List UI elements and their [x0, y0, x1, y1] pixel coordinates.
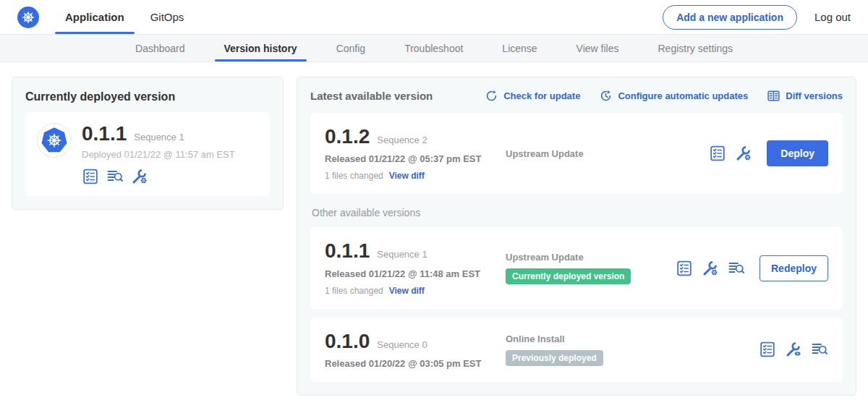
released-timestamp: Released 01/20/22 @ 03:05 pm EST [325, 358, 506, 369]
version-card-0-1-0: 0.1.0 Sequence 0 Released 01/20/22 @ 03:… [310, 318, 843, 382]
sequence-label: Sequence 2 [377, 135, 427, 145]
preflight-checks-icon[interactable] [709, 145, 726, 162]
version-source-label: Online Install [506, 333, 759, 344]
version-card-0-1-1: 0.1.1 Sequence 1 Released 01/21/22 @ 11:… [310, 227, 843, 308]
version-details: 0.1.0 Sequence 0 Released 01/20/22 @ 03:… [325, 331, 506, 369]
files-changed-label: 1 files changed [325, 286, 383, 296]
version-source-column: Online Install Previously deployed [506, 333, 759, 366]
version-number: 0.1.0 [325, 331, 370, 352]
panel-actions: Check for update Configure automatic upd… [485, 89, 843, 103]
logout-link[interactable]: Log out [814, 11, 851, 23]
subnav-tab-dashboard[interactable]: Dashboard [116, 35, 205, 61]
currently-deployed-card: 0.1.1 Sequence 1 Deployed 01/21/22 @ 11:… [25, 112, 270, 196]
version-details: 0.1.2 Sequence 2 Released 01/21/22 @ 05:… [325, 126, 506, 181]
preflight-checks-icon[interactable] [676, 260, 693, 277]
version-actions: Redeploy [676, 255, 828, 281]
version-card-0-1-2: 0.1.2 Sequence 2 Released 01/21/22 @ 05:… [310, 113, 843, 194]
released-timestamp: Released 01/21/22 @ 11:48 am EST [325, 268, 506, 279]
diff-icon [767, 89, 780, 103]
edit-config-icon[interactable] [131, 168, 148, 185]
tab-application[interactable]: Application [52, 0, 137, 34]
subnav-tab-license[interactable]: License [482, 35, 556, 61]
view-logs-icon[interactable] [811, 341, 828, 358]
preflight-checks-icon[interactable] [82, 168, 99, 185]
version-actions [759, 341, 828, 358]
view-diff-link[interactable]: View diff [389, 286, 425, 296]
files-changed-label: 1 files changed [325, 171, 383, 181]
currently-deployed-badge: Currently deployed version [506, 268, 631, 284]
view-logs-icon[interactable] [728, 260, 745, 277]
edit-config-icon[interactable] [735, 145, 752, 162]
other-available-title: Other available versions [312, 207, 841, 218]
subnav-tab-config[interactable]: Config [317, 35, 385, 61]
preflight-checks-icon[interactable] [759, 341, 776, 358]
view-diff-link[interactable]: View diff [389, 171, 425, 181]
subnav-tab-view-files[interactable]: View files [557, 35, 639, 61]
version-actions: Deploy [709, 140, 828, 166]
version-history-panel: Latest available version Check for updat… [297, 77, 856, 396]
version-source-column: Upstream Update [506, 148, 709, 159]
tab-gitops[interactable]: GitOps [137, 0, 197, 34]
deploy-button[interactable]: Deploy [767, 140, 828, 166]
version-source-column: Upstream Update Currently deployed versi… [506, 252, 676, 284]
subnav-tab-registry-settings[interactable]: Registry settings [639, 35, 752, 61]
current-deployed-timestamp: Deployed 01/21/22 @ 11:57 am EST [82, 149, 235, 160]
version-source-label: Upstream Update [506, 148, 709, 159]
latest-available-title: Latest available version [310, 90, 433, 102]
app-kubernetes-icon [37, 123, 72, 158]
view-logs-icon[interactable] [106, 168, 124, 185]
diff-versions-link[interactable]: Diff versions [767, 89, 843, 103]
version-number: 0.1.1 [325, 240, 370, 261]
subnav-tab-version-history[interactable]: Version history [205, 35, 317, 61]
current-version-number: 0.1.1 [82, 123, 127, 144]
app-tabs: Application GitOps [52, 0, 197, 34]
add-application-button[interactable]: Add a new application [663, 5, 797, 30]
check-for-update-link[interactable]: Check for update [485, 89, 580, 103]
edit-config-icon[interactable] [702, 260, 719, 277]
diff-versions-label: Diff versions [786, 90, 843, 101]
released-timestamp: Released 01/21/22 @ 05:37 pm EST [325, 153, 506, 164]
configure-automatic-updates-link[interactable]: Configure automatic updates [599, 89, 748, 103]
auto-update-clock-icon [599, 89, 613, 103]
redeploy-button[interactable]: Redeploy [760, 255, 828, 281]
currently-deployed-panel: Currently deployed version 0.1.1 Sequenc… [12, 77, 284, 210]
configure-automatic-updates-label: Configure automatic updates [618, 90, 748, 101]
currently-deployed-details: 0.1.1 Sequence 1 Deployed 01/21/22 @ 11:… [82, 123, 235, 185]
app-subnav: Dashboard Version history Config Trouble… [0, 35, 868, 62]
version-source-label: Upstream Update [506, 252, 676, 263]
check-for-update-label: Check for update [503, 90, 580, 101]
refresh-icon [485, 89, 498, 103]
main-content: Currently deployed version 0.1.1 Sequenc… [0, 62, 868, 408]
currently-deployed-title: Currently deployed version [25, 90, 270, 103]
topbar-right: Add a new application Log out [663, 0, 851, 34]
version-number: 0.1.2 [325, 126, 370, 147]
current-sequence-label: Sequence 1 [134, 132, 184, 143]
top-navbar: Application GitOps Add a new application… [0, 0, 868, 35]
sequence-label: Sequence 1 [377, 249, 427, 260]
view-config-icon[interactable] [785, 341, 802, 358]
version-details: 0.1.1 Sequence 1 Released 01/21/22 @ 11:… [325, 240, 506, 295]
sequence-label: Sequence 0 [377, 339, 427, 350]
kubernetes-logo-icon [17, 7, 39, 28]
subnav-tab-troubleshoot[interactable]: Troubleshoot [385, 35, 482, 61]
previously-deployed-badge: Previously deployed [506, 350, 603, 366]
